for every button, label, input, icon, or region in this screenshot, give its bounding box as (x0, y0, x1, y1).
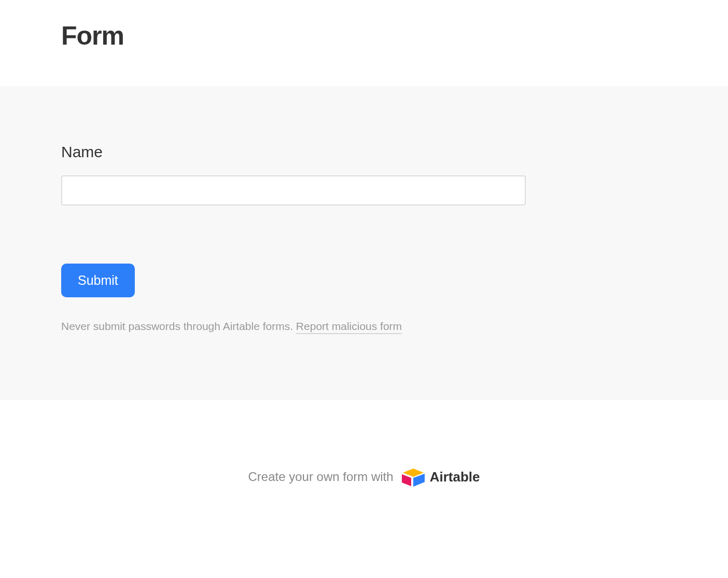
submit-button[interactable]: Submit (61, 264, 135, 297)
name-input[interactable] (61, 175, 526, 205)
disclaimer-row: Never submit passwords through Airtable … (61, 320, 667, 333)
report-malicious-link[interactable]: Report malicious form (296, 320, 402, 334)
airtable-icon (401, 466, 426, 487)
footer-content: Create your own form with Airtable (248, 466, 480, 487)
airtable-logo-link[interactable]: Airtable (401, 466, 480, 487)
footer-section: Create your own form with Airtable (0, 400, 728, 487)
footer-cta-text: Create your own form with (248, 470, 394, 484)
header-section: Form (0, 0, 728, 86)
field-label-name: Name (61, 143, 667, 161)
field-group-name: Name (61, 143, 667, 205)
page-title: Form (61, 21, 667, 51)
form-section: Name Submit Never submit passwords throu… (0, 86, 728, 400)
disclaimer-text: Never submit passwords through Airtable … (61, 320, 296, 332)
airtable-wordmark: Airtable (430, 469, 480, 485)
